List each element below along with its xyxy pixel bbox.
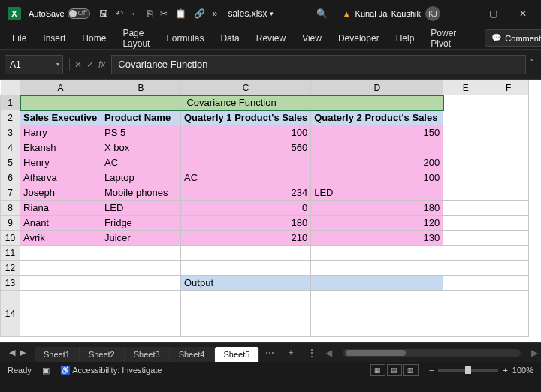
table-cell[interactable]: Atharva <box>20 170 101 185</box>
cut-icon[interactable]: ✂ <box>160 8 168 19</box>
cell-F14[interactable] <box>488 291 529 337</box>
table-cell[interactable]: AC <box>181 170 311 185</box>
table-header-3[interactable]: Quaterly 2 Product's Sales <box>311 110 443 125</box>
cell-F11[interactable] <box>488 246 529 261</box>
row-header-5[interactable]: 5 <box>1 155 20 170</box>
fx-icon[interactable]: fx <box>98 59 105 70</box>
cell-F4[interactable] <box>488 140 529 155</box>
table-cell[interactable] <box>311 140 443 155</box>
row-header-4[interactable]: 4 <box>1 140 20 155</box>
row-header-13[interactable]: 13 <box>1 276 20 291</box>
sheet-tab-sheet4[interactable]: Sheet4 <box>170 347 215 362</box>
cell-E10[interactable] <box>443 231 488 246</box>
sheet-options-icon[interactable]: ⋮ <box>301 348 322 358</box>
sheet-tab-sheet3[interactable]: Sheet3 <box>125 347 170 362</box>
cell-D11[interactable] <box>311 246 443 261</box>
row-header-8[interactable]: 8 <box>1 201 20 216</box>
row-header-7[interactable]: 7 <box>1 185 20 201</box>
row-header-12[interactable]: 12 <box>1 261 20 276</box>
cell-A11[interactable] <box>20 246 101 261</box>
table-cell[interactable]: PS 5 <box>101 125 181 140</box>
output-value-cell[interactable] <box>311 276 443 291</box>
table-header-0[interactable]: Sales Executive <box>20 110 101 125</box>
cell-F1[interactable] <box>488 95 529 110</box>
cell-F8[interactable] <box>488 201 529 216</box>
cell-A14[interactable] <box>20 291 101 337</box>
cell-F9[interactable] <box>488 216 529 231</box>
save-icon[interactable]: 🖫 <box>99 8 108 19</box>
row-header-3[interactable]: 3 <box>1 125 20 140</box>
sheet-next-icon[interactable]: ▶ <box>20 348 26 357</box>
cell-F10[interactable] <box>488 231 529 246</box>
enter-formula-icon[interactable]: ✓ <box>86 59 94 70</box>
table-cell[interactable]: 130 <box>311 231 443 246</box>
autosave-toggle[interactable]: AutoSave Off <box>29 8 90 19</box>
table-cell[interactable]: LED <box>101 201 181 216</box>
cell-D12[interactable] <box>311 261 443 276</box>
copy-icon[interactable]: ⎘ <box>147 8 153 19</box>
toggle-switch[interactable]: Off <box>68 8 90 19</box>
cell-E14[interactable] <box>443 291 488 337</box>
user-account[interactable]: ▲ Kunal Jai Kaushik KJ <box>343 6 440 21</box>
cell-E9[interactable] <box>443 216 488 231</box>
table-cell[interactable]: 200 <box>311 155 443 170</box>
cell-B14[interactable] <box>101 291 181 337</box>
row-header-1[interactable]: 1 <box>1 95 20 110</box>
cell-F6[interactable] <box>488 170 529 185</box>
cell-C11[interactable] <box>181 246 311 261</box>
table-header-2[interactable]: Quaterly 1 Product's Sales <box>181 110 311 125</box>
macro-record-icon[interactable]: ▣ <box>42 366 50 375</box>
table-cell[interactable]: 560 <box>181 140 311 155</box>
name-box[interactable]: A1 ▾ <box>5 55 63 74</box>
sheet-tab-sheet5[interactable]: Sheet5 <box>215 347 260 362</box>
expand-formula-bar-icon[interactable]: ⌄ <box>529 54 535 62</box>
table-cell[interactable]: Laptop <box>101 170 181 185</box>
table-cell[interactable]: Harry <box>20 125 101 140</box>
row-header-14[interactable]: 14 <box>1 291 20 337</box>
column-header-D[interactable]: D <box>311 80 443 95</box>
cell-D14[interactable] <box>311 291 443 337</box>
cancel-formula-icon[interactable]: ✕ <box>74 59 82 70</box>
cell-F3[interactable] <box>488 125 529 140</box>
tab-home[interactable]: Home <box>80 30 107 47</box>
select-all-cell[interactable] <box>1 80 20 95</box>
tab-help[interactable]: Help <box>394 30 416 47</box>
sheet-tab-sheet2[interactable]: Sheet2 <box>80 347 125 362</box>
table-cell[interactable]: Henry <box>20 155 101 170</box>
zoom-control[interactable]: − + 100% <box>429 366 533 375</box>
table-cell[interactable]: LED <box>311 185 443 201</box>
table-cell[interactable]: 150 <box>311 125 443 140</box>
qat-more-icon[interactable]: » <box>213 8 218 19</box>
link-icon[interactable]: 🔗 <box>194 8 205 19</box>
filename-label[interactable]: sales.xlsx ▾ <box>228 8 274 19</box>
cell-A13[interactable] <box>20 276 101 291</box>
table-cell[interactable] <box>181 155 311 170</box>
minimize-button[interactable]: — <box>448 0 478 27</box>
column-header-B[interactable]: B <box>101 80 181 95</box>
cell-E4[interactable] <box>443 140 488 155</box>
cell-F13[interactable] <box>488 276 529 291</box>
tab-power-pivot[interactable]: Power Pivot <box>429 25 458 52</box>
zoom-level[interactable]: 100% <box>512 366 533 375</box>
tab-review[interactable]: Review <box>255 30 287 47</box>
cell-C14[interactable] <box>181 291 311 337</box>
redo-icon[interactable]: ← <box>131 8 140 19</box>
table-cell[interactable]: Juicer <box>101 231 181 246</box>
table-cell[interactable]: Avrik <box>20 231 101 246</box>
new-sheet-button[interactable]: ＋ <box>280 346 301 359</box>
sheet-prev-icon[interactable]: ◀ <box>9 348 15 357</box>
cell-E2[interactable] <box>443 110 488 125</box>
column-header-E[interactable]: E <box>443 80 488 95</box>
cell-E6[interactable] <box>443 170 488 185</box>
cell-B11[interactable] <box>101 246 181 261</box>
table-cell[interactable]: AC <box>101 155 181 170</box>
table-cell[interactable]: 210 <box>181 231 311 246</box>
output-label-cell[interactable]: Output <box>181 276 311 291</box>
table-cell[interactable]: 234 <box>181 185 311 201</box>
sheet-tab-sheet1[interactable]: Sheet1 <box>35 347 80 362</box>
row-header-2[interactable]: 2 <box>1 110 20 125</box>
cell-E1[interactable] <box>443 95 488 110</box>
cell-E5[interactable] <box>443 155 488 170</box>
cell-B12[interactable] <box>101 261 181 276</box>
table-cell[interactable]: 100 <box>311 170 443 185</box>
